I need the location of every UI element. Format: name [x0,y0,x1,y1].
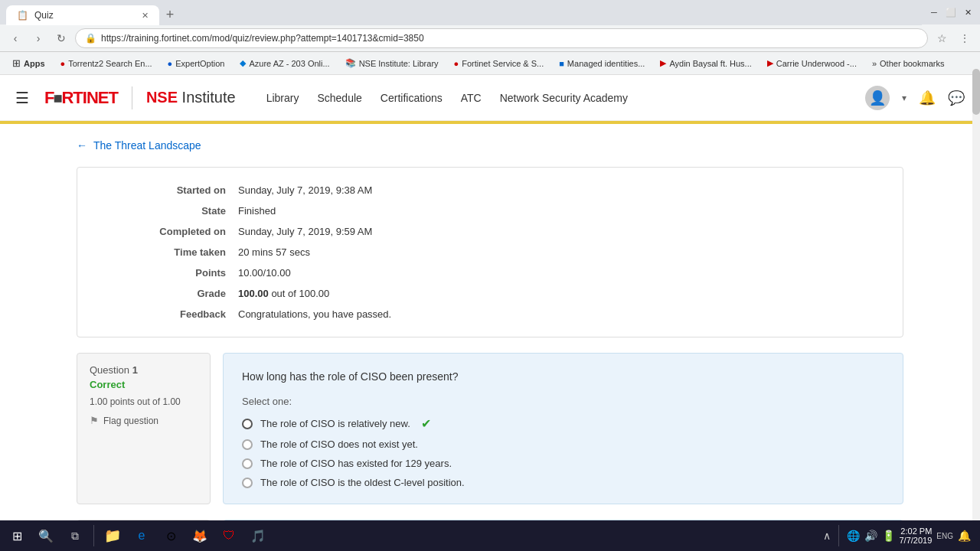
address-bar[interactable]: 🔒 https://training.fortinet.com/mod/quiz… [75,28,928,48]
answer-text-1-1: The role of CISO is relatively new. [260,418,410,429]
window-controls: ─ ⬜ ✕ [928,6,974,18]
close-window-button[interactable]: ✕ [962,6,974,18]
answer-option-1-2: The role of CISO does not exist yet. [242,439,884,450]
chat-icon[interactable]: 💬 [948,90,965,106]
points-value: 10.00/10.00 [238,267,291,279]
nav-certifications[interactable]: Certifications [381,92,443,104]
taskbar-separator-1 [93,525,94,546]
flag-label: Flag question [103,416,158,426]
battery-icon[interactable]: 🔋 [882,530,895,542]
breadcrumb-label: The Threat Landscape [93,139,201,152]
breadcrumb-arrow-icon: ← [77,139,87,152]
task-view-button[interactable]: ⧉ [61,522,89,549]
bookmark-aydin[interactable]: ▶ Aydin Baysal ft. Hus... [654,57,757,70]
site-header: ☰ F⬛RTINET NSE Institute Library Schedul… [0,75,980,121]
nav-atc[interactable]: ATC [461,92,482,104]
main-area: ← The Threat Landscape Started on Sunday… [54,124,926,551]
bookmark-other[interactable]: » Other bookmarks [866,57,951,70]
firefox-button[interactable]: 🦊 [186,522,214,549]
taskbar-clock: 2:02 PM 7/7/2019 [900,527,933,545]
nav-schedule[interactable]: Schedule [317,92,361,104]
back-button[interactable]: ‹ [6,29,24,47]
bookmark-torrentz[interactable]: ● Torrentz2 Search En... [54,57,158,70]
tab-bar: 📋 Quiz ✕ + [6,0,922,25]
bookmark-managed[interactable]: ■ Managed identities... [553,57,651,70]
bookmark-apps[interactable]: ⊞ Apps [6,56,51,70]
nav-library[interactable]: Library [266,92,299,104]
avatar-icon: 👤 [869,90,886,106]
radio-button-1-3[interactable] [242,458,253,469]
grade-label: Grade [100,288,238,299]
answer-text-1-3: The role of CISO has existed for 129 yea… [260,458,452,469]
nav-right-icons: 👤 ▾ 🔔 💬 [865,86,965,110]
language-label: ENG [936,532,953,540]
user-avatar[interactable]: 👤 [865,86,890,110]
main-nav: Library Schedule Certifications ATC Netw… [266,92,850,104]
media-player-icon: 🎵 [250,529,266,543]
taskbar: ⊞ 🔍 ⧉ 📁 e ⊙ 🦊 🛡 🎵 ∧ 🌐 🔊 🔋 2:02 PM 7/7/20… [0,520,980,551]
question-1-number: Question 1 [90,364,198,376]
defender-icon: 🛡 [223,529,235,543]
bookmark-nse[interactable]: 📚 NSE Institute: Library [339,57,445,70]
chrome-icon: ⊙ [166,529,176,543]
bookmark-star-button[interactable]: ☆ [933,29,951,47]
task-view-icon: ⧉ [71,530,79,543]
notifications-icon[interactable]: 🔔 [958,530,971,542]
minimize-button[interactable]: ─ [928,6,940,18]
active-tab[interactable]: 📋 Quiz ✕ [6,5,159,25]
nav-network-security-academy[interactable]: Network Security Academy [500,92,628,104]
points-label: Points [100,267,238,279]
dropdown-chevron-icon[interactable]: ▾ [902,93,906,103]
carrie-label: Carrie Underwood -... [776,59,857,68]
search-button[interactable]: 🔍 [32,522,60,549]
defender-button[interactable]: 🛡 [215,522,243,549]
nse-institute-logo: NSE Institute [146,89,236,106]
question-1-container: Question 1 Correct 1.00 points out of 1.… [77,353,903,504]
grade-row: Grade 100.00 out of 100.00 [100,283,880,304]
lock-icon: 🔒 [85,33,96,44]
question-1-body: How long has the role of CISO been prese… [223,353,903,504]
bookmark-expertoption[interactable]: ● ExpertOption [162,57,231,70]
breadcrumb[interactable]: ← The Threat Landscape [77,139,903,152]
tab-close-button[interactable]: ✕ [142,11,149,21]
start-button[interactable]: ⊞ [3,522,31,549]
radio-button-1-1[interactable] [242,419,253,429]
started-on-label: Started on [100,184,238,196]
forward-button[interactable]: › [29,29,47,47]
scrollbar[interactable] [972,69,980,543]
bookmark-carrie[interactable]: ▶ Carrie Underwood -... [761,57,863,70]
answer-option-1-4: The role of CISO is the oldest C-level p… [242,477,884,488]
edge-button[interactable]: e [128,522,155,549]
volume-icon[interactable]: 🔊 [864,530,877,542]
started-on-row: Started on Sunday, July 7, 2019, 9:38 AM [100,180,880,201]
firefox-icon: 🦊 [192,529,207,543]
fortinet-logo: F⬛RTINET [44,88,118,108]
bookmark-fortinet[interactable]: ● Fortinet Service & S... [448,57,550,70]
taskbar-separator-2 [838,525,839,546]
radio-button-1-4[interactable] [242,478,253,488]
scrollbar-thumb[interactable] [972,69,980,115]
other-bm-label: Other bookmarks [880,59,944,68]
correct-checkmark-icon: ✔ [421,416,431,431]
reload-button[interactable]: ↻ [52,29,70,47]
fortinet-bm-label: Fortinet Service & S... [462,59,544,68]
taskbar-up-arrow-icon[interactable]: ∧ [823,530,831,542]
maximize-button[interactable]: ⬜ [945,6,957,18]
carrie-icon: ▶ [767,58,773,68]
notifications-bell-icon[interactable]: 🔔 [919,90,936,106]
new-tab-button[interactable]: + [159,4,181,25]
feedback-row: Feedback Congratulations, you have passe… [100,304,880,324]
hamburger-menu-button[interactable]: ☰ [15,89,29,107]
file-explorer-button[interactable]: 📁 [99,522,126,549]
question-1-flag-button[interactable]: ⚑ Flag question [90,415,198,426]
network-icon[interactable]: 🌐 [847,530,860,542]
browser-menu-button[interactable]: ⋮ [956,29,974,47]
radio-button-1-2[interactable] [242,439,253,450]
tab-quiz-icon: 📋 [17,10,28,21]
media-player-button[interactable]: 🎵 [244,522,272,549]
apps-icon: ⊞ [12,57,21,69]
title-bar: 📋 Quiz ✕ + ─ ⬜ ✕ [0,0,980,24]
chrome-button[interactable]: ⊙ [157,522,185,549]
bookmark-azure[interactable]: ◆ Azure AZ - 203 Onli... [234,57,335,70]
answer-option-1-3: The role of CISO has existed for 129 yea… [242,458,884,469]
